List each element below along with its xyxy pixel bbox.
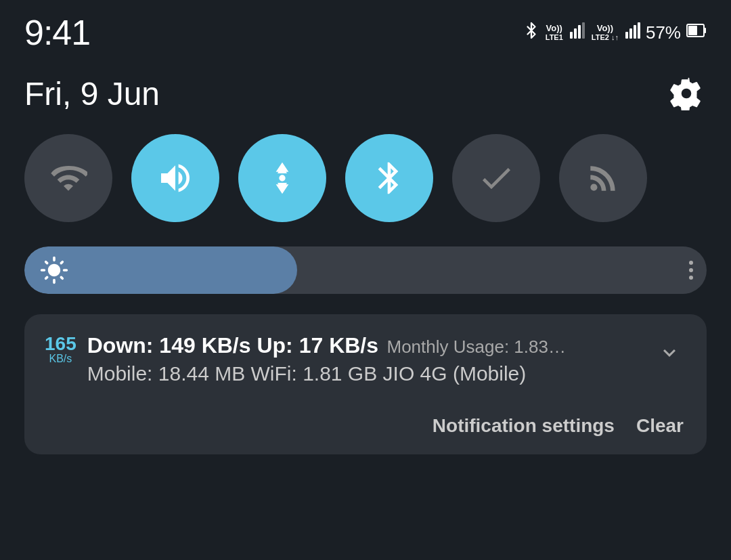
svg-point-11: [590, 184, 597, 190]
notification-second-line: Mobile: 18.44 MB WiFi: 1.81 GB JIO 4G (M…: [87, 362, 642, 385]
date-text: Fri, 9 Jun: [24, 75, 160, 112]
brightness-icon: [39, 255, 69, 285]
svg-rect-6: [634, 25, 636, 39]
date-row: Fri, 9 Jun: [0, 60, 731, 134]
settings-gear-button[interactable]: [666, 73, 707, 114]
network-speed-badge: 165 KB/s: [45, 335, 76, 364]
status-icons: Vo)) LTE1 Vo)) LTE2 ↓↑ 57%: [524, 21, 707, 45]
tile-wifi[interactable]: [24, 134, 112, 222]
notification-top: 165 KB/s Down: 149 KB/s Up: 17 KB/s Mont…: [45, 333, 686, 385]
notification-speed-line: Down: 149 KB/s Up: 17 KB/s Monthly Usage…: [87, 333, 642, 358]
svg-rect-9: [704, 28, 706, 33]
status-time: 9:41: [24, 12, 90, 53]
tile-rss[interactable]: [559, 134, 647, 222]
svg-rect-1: [574, 28, 577, 39]
bluetooth-status-icon: [524, 21, 539, 45]
notification-card: 165 KB/s Down: 149 KB/s Up: 17 KB/s Mont…: [24, 314, 707, 454]
tile-bluetooth[interactable]: [345, 134, 433, 222]
volte2-icon: Vo)) LTE2 ↓↑: [592, 24, 619, 41]
brightness-slider[interactable]: [24, 246, 707, 294]
notification-settings-button[interactable]: Notification settings: [430, 410, 617, 442]
svg-rect-2: [578, 25, 581, 39]
notification-clear-button[interactable]: Clear: [634, 410, 686, 442]
svg-rect-4: [625, 32, 628, 39]
notification-expand-button[interactable]: [652, 336, 686, 370]
svg-rect-5: [629, 28, 632, 39]
signal2-icon: [625, 22, 640, 43]
svg-rect-10: [688, 26, 697, 35]
volte1-icon: Vo)) LTE1: [546, 24, 563, 41]
brightness-more-options[interactable]: [689, 261, 693, 280]
battery-percent: 57%: [646, 22, 681, 43]
battery-icon: [686, 22, 707, 43]
svg-rect-0: [570, 32, 573, 39]
notification-text: Down: 149 KB/s Up: 17 KB/s Monthly Usage…: [87, 333, 642, 385]
svg-rect-7: [638, 22, 640, 39]
tiles-row: [0, 134, 731, 246]
notification-actions: Notification settings Clear: [45, 396, 686, 454]
tile-sound[interactable]: [131, 134, 219, 222]
tile-mobile-data[interactable]: [238, 134, 326, 222]
tile-dnd[interactable]: [452, 134, 540, 222]
status-bar: 9:41 Vo)) LTE1 Vo)) LTE2 ↓↑ 57%: [0, 0, 731, 60]
svg-rect-3: [582, 22, 585, 39]
signal1-icon: [570, 22, 585, 43]
